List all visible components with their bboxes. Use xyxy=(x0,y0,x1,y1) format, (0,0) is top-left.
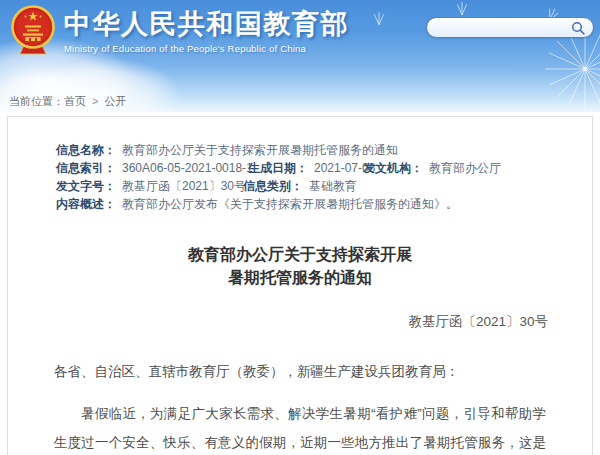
search-icon[interactable] xyxy=(571,21,585,35)
document-body: 各省、自治区、直辖市教育厅（教委），新疆生产建设兵团教育局： 暑假临近，为满足广… xyxy=(8,357,592,455)
meta-value-category: 基础教育 xyxy=(309,179,357,193)
seed-decoration xyxy=(372,12,386,26)
breadcrumb: 当前位置：首页>公开 xyxy=(9,94,126,109)
meta-value-name: 教育部办公厅关于支持探索开展暑期托管服务的通知 xyxy=(122,143,398,157)
meta-row-docno: 发文字号：教基厅函〔2021〕30号 信息类别：基础教育 xyxy=(56,177,592,195)
search-input[interactable] xyxy=(427,21,571,35)
document-paragraph: 暑假临近，为满足广大家长需求、解决学生暑期“看护难”问题，引导和帮助学生度过一个… xyxy=(54,399,546,455)
document-title: 教育部办公厅关于支持探索开展 暑期托管服务的通知 xyxy=(8,243,592,289)
meta-value-docno: 教基厅函〔2021〕30号 xyxy=(122,179,246,193)
meta-label-date: 生成日期： xyxy=(248,161,308,175)
meta-label-name: 信息名称： xyxy=(56,143,116,157)
search-bar[interactable] xyxy=(426,17,594,38)
meta-row-summary: 内容概述：教育部办公厅发布《关于支持探索开展暑期托管服务的通知》。 xyxy=(56,195,592,213)
meta-label-docno: 发文字号： xyxy=(56,179,116,193)
document-title-line2: 暑期托管服务的通知 xyxy=(8,266,592,289)
national-emblem-icon xyxy=(10,5,56,57)
document-title-line1: 教育部办公厅关于支持探索开展 xyxy=(8,243,592,266)
meta-row-index: 信息索引：360A06-05-2021-0018-1 生成日期：2021-07-… xyxy=(56,159,592,177)
breadcrumb-prefix: 当前位置： xyxy=(9,95,64,107)
document-meta: 信息名称：教育部办公厅关于支持探索开展暑期托管服务的通知 信息索引：360A06… xyxy=(8,141,592,213)
site-title: 中华人民共和国教育部 Ministry of Education of the … xyxy=(64,9,349,54)
site-title-chinese: 中华人民共和国教育部 xyxy=(64,9,349,39)
meta-value-summary: 教育部办公厅发布《关于支持探索开展暑期托管服务的通知》。 xyxy=(122,197,458,211)
breadcrumb-separator: > xyxy=(92,95,98,107)
meta-label-category: 信息类别： xyxy=(243,179,303,193)
meta-value-index: 360A06-05-2021-0018-1 xyxy=(122,161,253,175)
document-salutation: 各省、自治区、直辖市教育厅（教委），新疆生产建设兵团教育局： xyxy=(54,357,546,386)
meta-value-org: 教育部办公厅 xyxy=(429,161,501,175)
meta-label-summary: 内容概述： xyxy=(56,197,116,211)
site-header: 中华人民共和国教育部 Ministry of Education of the … xyxy=(0,0,600,112)
document-panel: 信息名称：教育部办公厅关于支持探索开展暑期托管服务的通知 信息索引：360A06… xyxy=(7,116,593,455)
seed-decoration xyxy=(455,2,469,16)
breadcrumb-link-home[interactable]: 首页 xyxy=(64,95,86,107)
meta-label-org: 发文机构： xyxy=(363,161,423,175)
document-number: 教基厅函〔2021〕30号 xyxy=(8,313,592,331)
meta-pair-date: 生成日期：2021-07-08 xyxy=(248,159,375,177)
breadcrumb-link-gongkai[interactable]: 公开 xyxy=(104,95,126,107)
meta-pair-org: 发文机构：教育部办公厅 xyxy=(363,159,501,177)
meta-label-index: 信息索引： xyxy=(56,161,116,175)
page: 中华人民共和国教育部 Ministry of Education of the … xyxy=(0,0,600,455)
meta-row-name: 信息名称：教育部办公厅关于支持探索开展暑期托管服务的通知 xyxy=(56,141,592,159)
site-title-english: Ministry of Education of the People's Re… xyxy=(64,43,349,54)
meta-pair-category: 信息类别：基础教育 xyxy=(243,177,357,195)
